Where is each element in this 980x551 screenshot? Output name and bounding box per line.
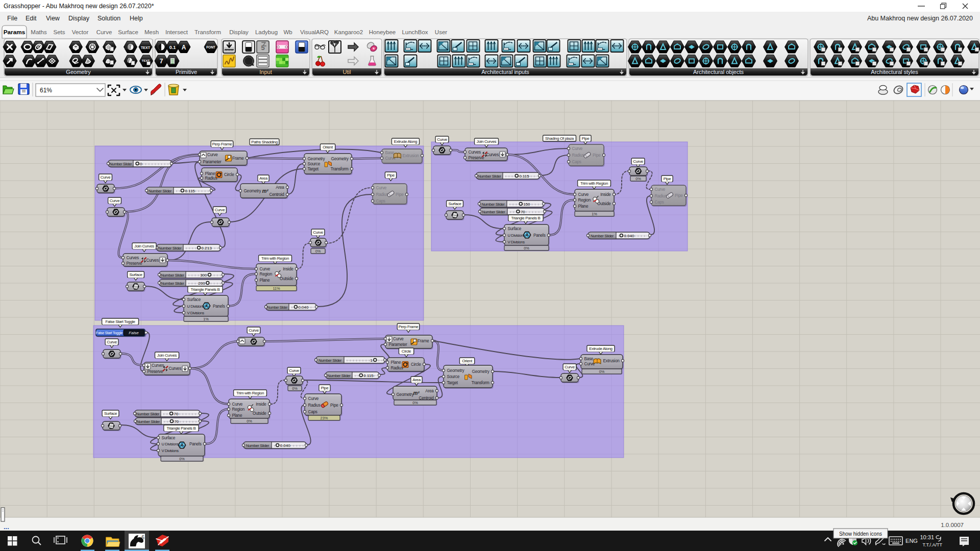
svg-text:TEXT: TEXT <box>141 46 151 49</box>
svg-text:FONT: FONT <box>206 45 215 49</box>
svg-text:U Divisions: U Divisions <box>187 304 205 309</box>
svg-text:A: A <box>182 44 186 51</box>
svg-text:Sets: Sets <box>53 29 65 35</box>
svg-text:Wb: Wb <box>283 29 292 35</box>
svg-text:Centroid: Centroid <box>270 192 285 197</box>
svg-text:Curve: Curve <box>578 192 589 197</box>
svg-text:Number Slider: Number Slider <box>110 162 132 166</box>
svg-text:Number Slider: Number Slider <box>149 189 172 193</box>
svg-text:Frame: Frame <box>232 156 244 161</box>
svg-text:Number Slider: Number Slider <box>161 273 184 278</box>
svg-text:V Divisions: V Divisions <box>162 448 179 453</box>
svg-text:Curve: Curve <box>215 208 225 212</box>
svg-text:Curve: Curve <box>232 402 243 407</box>
svg-text:Geometry: Geometry <box>244 189 262 193</box>
svg-text:Display: Display <box>68 15 90 22</box>
svg-text:Number Slider: Number Slider <box>327 373 351 378</box>
svg-text:Number Slider: Number Slider <box>246 443 270 448</box>
svg-text:Outside: Outside <box>280 277 293 281</box>
svg-text:Trim with Region: Trim with Region <box>261 256 289 261</box>
svg-text:150: 150 <box>523 202 530 207</box>
svg-text:1: 1 <box>370 358 373 363</box>
svg-text:Curve: Curve <box>96 29 112 35</box>
svg-text:0.040: 0.040 <box>624 234 634 238</box>
svg-text:VisualARQ: VisualARQ <box>300 29 329 35</box>
svg-text:Surface: Surface <box>162 436 176 440</box>
svg-text:False Start Toggle: False Start Toggle <box>96 331 123 335</box>
svg-text:Triangle Panels B: Triangle Panels B <box>167 426 196 431</box>
svg-text:Caps: Caps <box>572 160 581 164</box>
svg-text:T.T./.A/TT: T.T./.A/TT <box>922 542 942 547</box>
svg-text:Curve: Curve <box>260 267 271 271</box>
svg-text:Extrude Along: Extrude Along <box>394 139 417 144</box>
svg-text:0.1: 0.1 <box>169 45 176 50</box>
svg-text:Curve: Curve <box>289 368 299 373</box>
svg-text:0: 0 <box>140 162 142 166</box>
svg-text:Number Slider: Number Slider <box>158 246 182 251</box>
svg-text:Curve: Curve <box>107 340 117 344</box>
svg-text:Number Slider: Number Slider <box>591 234 614 238</box>
svg-text:200: 200 <box>198 281 205 286</box>
svg-text:File: File <box>7 15 17 22</box>
svg-text:Circle: Circle <box>224 172 234 177</box>
svg-text:View: View <box>46 15 60 22</box>
svg-text:Number Slider: Number Slider <box>267 306 288 309</box>
svg-text:Caps: Caps <box>308 410 317 414</box>
svg-text:11%: 11% <box>273 286 280 291</box>
svg-text:Number Slider: Number Slider <box>136 412 160 416</box>
svg-text:0%: 0% <box>524 246 529 251</box>
svg-text:Pipe: Pipe <box>396 192 404 197</box>
svg-text:Extrude Along: Extrude Along <box>589 346 612 351</box>
svg-text:...: ... <box>4 523 9 531</box>
svg-text:Outside: Outside <box>253 411 266 416</box>
svg-text:Curve: Curve <box>249 328 259 333</box>
svg-text:Preserve: Preserve <box>148 369 163 374</box>
svg-text:70: 70 <box>521 210 525 214</box>
svg-text:0.115: 0.115 <box>519 174 529 179</box>
svg-text:Surface: Surface <box>104 411 117 416</box>
svg-text:Triangle Panels B: Triangle Panels B <box>191 287 220 292</box>
svg-text:1%: 1% <box>592 212 597 216</box>
svg-text:Circle: Circle <box>402 349 411 354</box>
svg-text:Radius: Radius <box>391 366 403 370</box>
svg-text:m²: m² <box>413 390 420 396</box>
svg-text:Extrusion: Extrusion <box>403 154 420 158</box>
svg-text:Intersect: Intersect <box>165 29 188 35</box>
svg-text:Pipe: Pipe <box>593 153 601 158</box>
svg-text:70: 70 <box>174 412 179 416</box>
svg-text:Panels: Panels <box>189 442 202 446</box>
svg-text:Parameter: Parameter <box>203 160 222 164</box>
svg-text:Curves: Curves <box>146 258 159 263</box>
svg-text:Curve: Curve <box>207 153 218 157</box>
svg-text:Help: Help <box>130 15 143 22</box>
svg-text:Inside: Inside <box>283 267 293 271</box>
svg-text:U Divisions: U Divisions <box>508 233 525 238</box>
svg-text:Transform: Transform <box>472 381 489 385</box>
svg-text:7: 7 <box>160 58 163 65</box>
svg-text:Surface: Surface <box>187 297 201 302</box>
svg-text:Pipe: Pipe <box>664 177 672 181</box>
svg-text:Curve: Curve <box>572 146 583 151</box>
svg-text:LunchBox: LunchBox <box>402 29 428 35</box>
svg-text:Curve: Curve <box>376 186 387 190</box>
svg-text:Perp Frame: Perp Frame <box>212 142 233 146</box>
svg-text:Curve: Curve <box>110 198 120 203</box>
svg-text:Join Curves: Join Curves <box>134 244 154 248</box>
svg-text:0%: 0% <box>247 419 252 423</box>
svg-text:Outside: Outside <box>597 202 611 206</box>
svg-text:Curves: Curves <box>169 366 182 371</box>
svg-text:Target: Target <box>308 167 319 171</box>
svg-text:0%: 0% <box>635 177 641 181</box>
svg-text:Curves: Curves <box>486 153 499 157</box>
svg-text:Solution: Solution <box>97 15 120 22</box>
svg-text:Number Slider: Number Slider <box>318 358 342 363</box>
svg-text:0%: 0% <box>599 369 605 374</box>
svg-text:False: False <box>129 331 139 335</box>
svg-text:Surface: Surface <box>118 29 138 35</box>
svg-text:Mesh: Mesh <box>144 29 159 35</box>
svg-text:0%: 0% <box>412 400 418 405</box>
svg-text:Architectural objects: Architectural objects <box>693 69 744 75</box>
svg-text:Circle: Circle <box>411 362 421 367</box>
svg-text:Pipe: Pipe <box>675 193 683 198</box>
svg-text:Join Curves: Join Curves <box>477 139 497 144</box>
